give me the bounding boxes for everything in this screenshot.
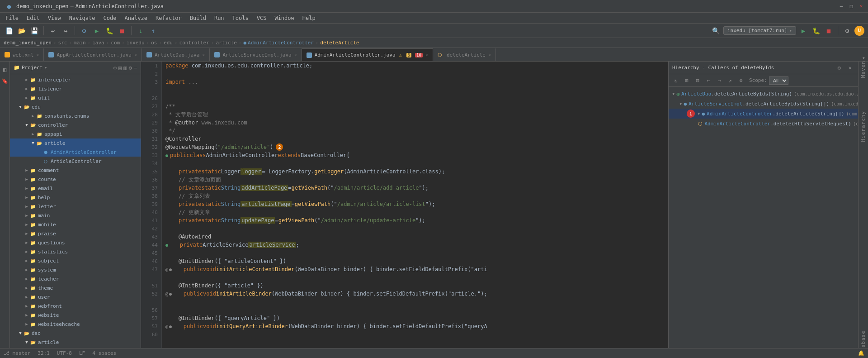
tree-controller[interactable]: ▼ 📂 controller [10, 120, 141, 129]
tree-article-controller[interactable]: ▶ ○ ArticleController [10, 157, 141, 166]
redo-button[interactable]: ↪ [60, 25, 71, 36]
tree-edu[interactable]: ▼ 📂 edu [10, 102, 141, 111]
menu-run[interactable]: Run [211, 14, 228, 22]
menu-navigate[interactable]: Navigate [66, 14, 99, 22]
hier-item-articledao[interactable]: ▼ ◍ ArticleDao.deleteArticleByIds(String… [669, 89, 858, 99]
tree-user[interactable]: ▶ 📁 user [10, 292, 141, 301]
tree-email[interactable]: ▶ 📁 email [10, 184, 141, 193]
settings-button[interactable]: ⚙ [842, 25, 853, 36]
maximize-button[interactable]: □ [848, 3, 854, 10]
tree-teacher[interactable]: ▶ 📁 teacher [10, 274, 141, 283]
tree-questions[interactable]: ▶ 📁 questions [10, 238, 141, 247]
run-button[interactable]: ▶ [91, 25, 102, 36]
hier-item-serviceimpl[interactable]: ▼ ● ArticleServiceImpl.deleteArticleById… [669, 99, 858, 109]
hier-refresh-btn[interactable]: ↻ [671, 76, 680, 85]
tree-appapi[interactable]: ▶ 📁 appapi [10, 129, 141, 138]
tree-help[interactable]: ▶ 📁 help [10, 193, 141, 202]
sync-btn[interactable]: ⚙ [113, 65, 117, 71]
run-config-run[interactable]: ▶ [798, 25, 809, 36]
hier-next-btn[interactable]: → [715, 76, 724, 85]
run-config-debug[interactable]: 🐛 [811, 25, 821, 36]
tab-dropdown-btn[interactable]: ▾ [859, 55, 868, 61]
close-appcontroller[interactable]: × [134, 53, 137, 57]
bc-part-3[interactable]: main [74, 40, 86, 46]
hierarchy-settings-btn[interactable]: ⚙ [835, 63, 844, 72]
menu-file[interactable]: File [2, 14, 22, 22]
open-button[interactable]: 📂 [16, 25, 27, 36]
tab-articledao[interactable]: ArticleDao.java × [142, 48, 210, 61]
bc-part-1[interactable]: demo_inxedu_open [4, 40, 52, 46]
close-webxml[interactable]: × [36, 53, 39, 57]
run-config[interactable]: inxedu [tomcat7:run] ▾ [723, 26, 796, 35]
tree-admin-article-controller[interactable]: ▶ ● AdminArticleController [10, 148, 141, 157]
minimize-button[interactable]: — [838, 3, 844, 10]
hier-expand-btn[interactable]: ⊞ [682, 76, 691, 85]
bc-part-4[interactable]: java [92, 40, 104, 46]
collapse-btn[interactable]: ▤ [118, 65, 122, 71]
tree-website[interactable]: ▶ 📁 website [10, 310, 141, 320]
tab-webxml[interactable]: web.xml × [0, 48, 44, 61]
bc-method[interactable]: deleteArticle [320, 40, 359, 46]
tab-appcontroller[interactable]: AppArticleController.java × [44, 48, 142, 61]
menu-vcs[interactable]: VCS [253, 14, 270, 22]
menu-refactor[interactable]: Refactor [152, 14, 185, 22]
hierarchy-close-btn[interactable]: × [845, 63, 854, 72]
tree-system[interactable]: ▶ 📁 system [10, 265, 141, 274]
tree-mobile[interactable]: ▶ 📁 mobile [10, 220, 141, 229]
tab-deletearticle[interactable]: ⬡ deleteArticle × [433, 48, 496, 61]
tree-listener[interactable]: ▶ 📁 listener [10, 84, 141, 93]
tree-letter[interactable]: ▶ 📁 letter [10, 202, 141, 211]
tree-course[interactable]: ▶ 📁 course [10, 175, 141, 184]
expand-btn[interactable]: ▥ [123, 65, 127, 71]
menu-analyze[interactable]: Analyze [121, 14, 151, 22]
status-encoding[interactable]: UTF-8 [57, 350, 72, 356]
bc-part-6[interactable]: inxedu [127, 40, 145, 46]
tree-util[interactable]: ▶ 📁 util [10, 93, 141, 102]
tree-comment[interactable]: ▶ 📁 comment [10, 166, 141, 175]
vcs-commit-button[interactable]: ↑ [148, 25, 159, 36]
tree-websiteehcache[interactable]: ▶ 📁 websiteehcache [10, 320, 141, 329]
close-deletearticle[interactable]: × [488, 53, 491, 57]
hier-collapse-btn[interactable]: ⊟ [693, 76, 702, 85]
code-editor[interactable]: 1 2 3 26 27 28 29 30 31 32 33 34 35 36 3… [141, 62, 668, 348]
tree-subject[interactable]: ▶ 📁 subject [10, 256, 141, 265]
menu-build[interactable]: Build [186, 14, 210, 22]
hierarchy-side-btn[interactable]: Hierarchy [859, 122, 868, 130]
bc-active[interactable]: ● AdminArticleController [243, 40, 313, 46]
project-toggle-btn[interactable]: ◧ [1, 65, 9, 73]
hier-item-delete[interactable]: ▶ ⬡ AdminArticleController.delete(HttpSe… [669, 119, 858, 129]
tree-dao[interactable]: ▼ 📂 dao [10, 329, 141, 338]
close-button[interactable]: ✕ [858, 3, 864, 10]
chevron-down-icon-sidebar[interactable]: ▾ [44, 65, 47, 70]
bc-part-10[interactable]: article [216, 40, 236, 46]
tab-admincontroller[interactable]: AdminArticleController.java ⚠ 6 10 × [302, 48, 433, 61]
database-side-btn[interactable]: Database [859, 340, 868, 348]
hier-prev-btn[interactable]: ← [704, 76, 713, 85]
build-button[interactable]: ⚙ [79, 25, 90, 36]
gear-btn[interactable]: ⚙ [129, 65, 132, 71]
user-avatar[interactable]: U [854, 26, 864, 36]
undo-button[interactable]: ↩ [47, 25, 58, 36]
bc-part-7[interactable]: os [151, 40, 157, 46]
hier-filter-btn[interactable]: ⊗ [736, 76, 745, 85]
tree-constants[interactable]: ▶ 📁 constants.enums [10, 111, 141, 120]
hier-item-adminctrl[interactable]: 1 ▼ ● AdminArticleController.deleteArtic… [669, 109, 858, 119]
tree-theme[interactable]: ▶ 📁 theme [10, 283, 141, 292]
bc-part-9[interactable]: controller [179, 40, 209, 46]
status-linesep[interactable]: LF [79, 350, 85, 356]
vcs-update-button[interactable]: ↓ [135, 25, 146, 36]
stop-button[interactable]: ■ [117, 25, 127, 36]
close-articledao[interactable]: × [202, 53, 205, 57]
menu-tools[interactable]: Tools [229, 14, 252, 22]
hier-export-btn[interactable]: ↗ [726, 76, 735, 85]
bc-part-8[interactable]: edu [164, 40, 173, 46]
menu-edit[interactable]: Edit [23, 14, 43, 22]
close-sidebar-btn[interactable]: — [134, 65, 137, 71]
tree-intercepter[interactable]: ▶ 📁 intercepter [10, 75, 141, 84]
bc-part-2[interactable]: src [58, 40, 67, 46]
menu-code[interactable]: Code [100, 14, 120, 22]
search-everywhere-button[interactable]: 🔍 [711, 25, 722, 36]
save-button[interactable]: 💾 [29, 25, 40, 36]
close-serviceimpl[interactable]: × [294, 53, 297, 57]
status-indent[interactable]: 4 spaces [92, 350, 116, 356]
